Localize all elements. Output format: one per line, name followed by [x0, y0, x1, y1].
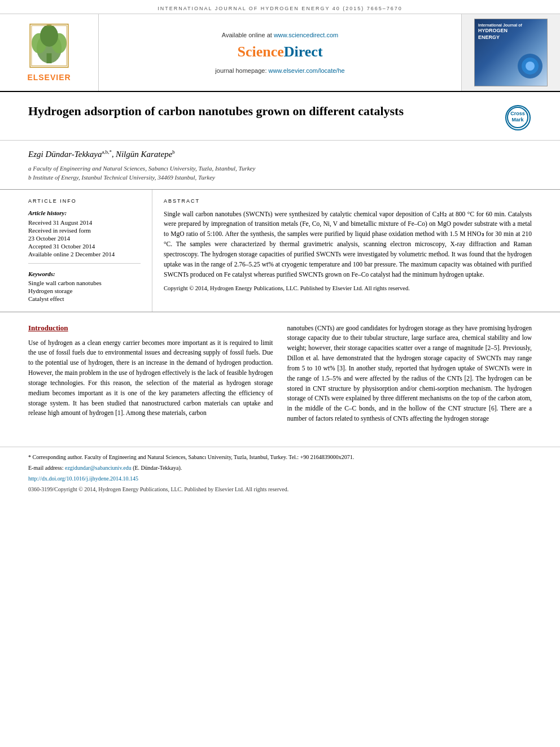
- article-info-column: ARTICLE INFO Article history: Received 3…: [28, 190, 152, 312]
- intro-paragraph-2: nanotubes (CNTs) are good candidates for…: [287, 324, 532, 424]
- journal-cover-image: International Journal ofHYDROGENENERGY: [474, 19, 548, 86]
- authors-line: Ezgi Dündar-Tekkayaa,b,*, Nilgün Karatep…: [28, 149, 532, 159]
- crossmark-icon: Cross Mark: [505, 105, 531, 130]
- keyword-1: Single wall carbon nanotubes: [28, 279, 141, 286]
- article-title: Hydrogen adsorption of carbon nanotubes …: [28, 103, 492, 120]
- copyright-bottom: 0360-3199/Copyright © 2014, Hydrogen Ene…: [28, 486, 532, 492]
- left-divider: [28, 263, 141, 264]
- elsevier-label: ELSEVIER: [27, 73, 71, 82]
- journal-homepage-link[interactable]: www.elsevier.com/locate/he: [269, 67, 345, 74]
- cover-title: International Journal ofHYDROGENENERGY: [478, 23, 522, 41]
- elsevier-logo-area: ELSEVIER: [0, 14, 99, 91]
- corresponding-note: * Corresponding author. Faculty of Engin…: [28, 453, 532, 461]
- article-title-section: Hydrogen adsorption of carbon nanotubes …: [0, 92, 560, 141]
- doi-line: http://dx.doi.org/10.1016/j.ijhydene.201…: [28, 474, 532, 483]
- intro-paragraph-1: Use of hydrogen as a clean energy carrie…: [28, 338, 273, 419]
- journal-cover-area: International Journal ofHYDROGENENERGY: [461, 14, 560, 91]
- copyright-line: Copyright © 2014, Hydrogen Energy Public…: [164, 284, 532, 293]
- header-section: ELSEVIER Available online at www.science…: [0, 14, 560, 92]
- received-revised-label: Received in revised form: [28, 227, 141, 234]
- author1-sup: a,b,*: [102, 149, 112, 155]
- sciencedirect-logo: ScienceDirect: [237, 43, 322, 60]
- footer-section: * Corresponding author. Faculty of Engin…: [0, 447, 560, 498]
- crossmark-badge[interactable]: Cross Mark: [504, 103, 532, 132]
- available-online-text: Available online at www.sciencedirect.co…: [222, 32, 338, 38]
- affiliation-a: a Faculty of Engineering and Natural Sci…: [28, 165, 532, 172]
- introduction-heading: Introduction: [28, 324, 273, 333]
- doi-link[interactable]: http://dx.doi.org/10.1016/j.ijhydene.201…: [28, 475, 138, 482]
- body-section: Introduction Use of hydrogen as a clean …: [0, 312, 560, 441]
- received-date: Received 31 August 2014: [28, 219, 141, 226]
- author2-name: Nilgün Karatepe: [116, 150, 172, 159]
- abstract-column: ABSTRACT Single wall carbon nanotubes (S…: [152, 190, 532, 312]
- abstract-heading: ABSTRACT: [164, 198, 532, 204]
- svg-point-9: [526, 62, 535, 71]
- email-link[interactable]: ezgidundar@sabanciuniv.edu: [65, 465, 132, 471]
- article-history-label: Article history:: [28, 209, 141, 216]
- header-center: Available online at www.sciencedirect.co…: [99, 14, 461, 91]
- received-revised-date: 23 October 2014: [28, 235, 141, 242]
- authors-section: Ezgi Dündar-Tekkayaa,b,*, Nilgün Karatep…: [0, 141, 560, 190]
- sciencedirect-url[interactable]: www.sciencedirect.com: [274, 32, 338, 38]
- journal-homepage: journal homepage: www.elsevier.com/locat…: [215, 67, 344, 74]
- two-column-section: ARTICLE INFO Article history: Received 3…: [0, 190, 560, 312]
- elsevier-tree-icon: [27, 23, 72, 68]
- author2-sup: b: [172, 149, 175, 155]
- affiliation-b: b Institute of Energy, Istanbul Technica…: [28, 174, 532, 181]
- keyword-2: Hydrogen storage: [28, 287, 141, 294]
- abstract-text: Single wall carbon nanotubes (SWCNTs) we…: [164, 209, 532, 294]
- article-info-heading: ARTICLE INFO: [28, 198, 141, 204]
- keyword-3: Catalyst effect: [28, 295, 141, 302]
- svg-text:Cross: Cross: [510, 111, 525, 116]
- author1-name: Ezgi Dündar-Tekkaya: [28, 150, 102, 159]
- body-left-column: Introduction Use of hydrogen as a clean …: [28, 324, 273, 430]
- svg-text:Mark: Mark: [511, 117, 524, 123]
- available-online-date: Available online 2 December 2014: [28, 251, 141, 257]
- journal-header-bar: INTERNATIONAL JOURNAL OF HYDROGEN ENERGY…: [0, 0, 560, 14]
- accepted-date: Accepted 31 October 2014: [28, 243, 141, 250]
- journal-citation: INTERNATIONAL JOURNAL OF HYDROGEN ENERGY…: [158, 6, 403, 11]
- abstract-paragraph: Single wall carbon nanotubes (SWCNTs) we…: [164, 209, 532, 280]
- email-line: E-mail address: ezgidundar@sabanciuniv.e…: [28, 464, 532, 472]
- keywords-label: Keywords:: [28, 270, 141, 277]
- body-right-column: nanotubes (CNTs) are good candidates for…: [287, 324, 532, 430]
- svg-point-4: [40, 25, 58, 47]
